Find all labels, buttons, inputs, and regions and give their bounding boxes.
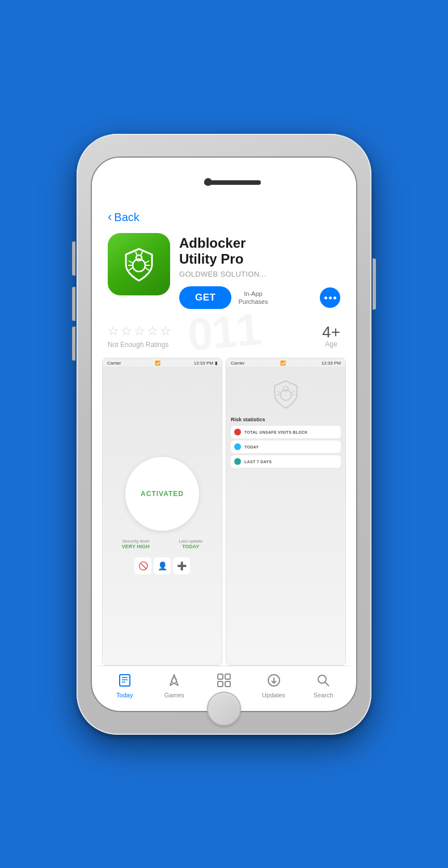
- stars-row: ☆ ☆ ☆ ☆ ☆: [108, 324, 171, 338]
- security-info: Security level VERY HIGH Last update TOD…: [107, 539, 217, 549]
- star-1: ☆: [108, 324, 119, 338]
- svg-line-8: [136, 252, 137, 256]
- svg-line-5: [145, 261, 149, 263]
- stat-label-3: LAST 7 DAYS: [244, 460, 272, 464]
- star-4: ☆: [147, 324, 158, 338]
- ss2-statusbar: Carrier 📶 12:33 PM: [226, 358, 345, 367]
- ss2-wifi-icon: 📶: [280, 361, 286, 366]
- back-label: Back: [114, 211, 139, 224]
- apps-icon: [217, 673, 231, 690]
- ss1-battery-icon: ▮: [215, 361, 217, 366]
- last-update-label: Last update: [179, 539, 202, 544]
- app-name: Adblocker Utility Pro: [179, 235, 340, 268]
- security-level-label: Security level: [122, 539, 150, 544]
- phone-body: ‹ Back: [91, 156, 357, 712]
- screen: ‹ Back: [98, 203, 350, 705]
- age-info: 4+ Age: [322, 324, 340, 348]
- stat-row-2: TODAY: [231, 441, 341, 453]
- screenshot-2: Carrier 📶 12:33 PM: [226, 358, 346, 665]
- ss1-wifi-icon: 📶: [155, 361, 160, 366]
- ss2-shield-bg: [231, 371, 341, 417]
- security-level-info: Security level VERY HIGH: [122, 539, 150, 549]
- search-icon: [316, 673, 331, 690]
- svg-rect-16: [120, 675, 130, 686]
- svg-line-7: [145, 268, 149, 270]
- tab-search-label: Search: [314, 692, 333, 698]
- back-chevron-icon: ‹: [108, 211, 112, 223]
- ss1-time: 12:33 PM: [194, 361, 213, 366]
- security-level-value: VERY HIGH: [122, 544, 150, 549]
- stat-row-1: TOTAL UNSAFE VISITS BLOCK: [231, 426, 341, 438]
- app-icon: [108, 233, 170, 295]
- svg-rect-23: [218, 681, 223, 687]
- today-icon: [117, 673, 132, 690]
- svg-point-1: [136, 255, 142, 261]
- app-actions: GET In-App Purchases: [179, 286, 340, 309]
- stat-label-2: TODAY: [244, 445, 259, 449]
- svg-line-4: [129, 268, 133, 270]
- app-info: Adblocker Utility Pro GOLDWEB SOLUTION..…: [179, 233, 340, 310]
- age-value: 4+: [322, 324, 340, 340]
- svg-line-12: [277, 391, 281, 393]
- last-update-info: Last update TODAY: [179, 539, 202, 549]
- tab-updates-label: Updates: [262, 692, 285, 698]
- svg-rect-24: [225, 681, 230, 687]
- last-update-value: TODAY: [179, 544, 202, 549]
- star-2: ☆: [121, 324, 132, 338]
- svg-point-11: [284, 386, 289, 391]
- ss1-statusbar: Carrier 📶 12:33 PM ▮: [103, 358, 222, 367]
- phone-container: ‹ Back: [77, 134, 371, 735]
- svg-line-2: [129, 261, 133, 263]
- app-header: Adblocker Utility Pro GOLDWEB SOLUTION..…: [98, 228, 350, 319]
- ratings-left: ☆ ☆ ☆ ☆ ☆ Not Enough Ratings: [108, 324, 171, 349]
- back-button[interactable]: ‹ Back: [98, 203, 350, 228]
- phone-top: [92, 158, 356, 203]
- ss1-carrier: Carrier: [107, 361, 121, 366]
- activated-text: ACTIVATED: [141, 490, 184, 498]
- in-app-purchases-label: In-App Purchases: [238, 290, 268, 306]
- star-3: ☆: [134, 324, 145, 338]
- speaker-bar: [204, 180, 261, 185]
- screenshot-1: Carrier 📶 12:33 PM ▮ ACTIVATED: [102, 358, 222, 665]
- screenshots-row: Carrier 📶 12:33 PM ▮ ACTIVATED: [98, 358, 350, 665]
- ss1-icons-row: 🚫 👤 ➕: [107, 557, 217, 574]
- updates-icon: [267, 673, 281, 690]
- content-area: ‹ Back: [98, 203, 350, 666]
- svg-rect-22: [225, 674, 230, 679]
- tab-today-label: Today: [116, 692, 133, 698]
- tab-today[interactable]: Today: [100, 673, 150, 698]
- svg-point-27: [318, 675, 326, 683]
- tab-games-label: Games: [164, 692, 184, 698]
- stat-label-1: TOTAL UNSAFE VISITS BLOCK: [244, 430, 308, 434]
- activated-circle: ACTIVATED: [125, 457, 199, 531]
- not-enough-ratings: Not Enough Ratings: [108, 341, 171, 349]
- ss2-time: 12:33 PM: [322, 361, 341, 366]
- svg-line-9: [141, 252, 142, 256]
- app-developer: GOLDWEB SOLUTION...: [179, 270, 340, 278]
- games-icon: [167, 673, 181, 690]
- tab-games[interactable]: Games: [150, 673, 200, 698]
- stat-row-3: LAST 7 DAYS: [231, 455, 341, 468]
- ratings-section: 011 ☆ ☆ ☆ ☆ ☆ Not Enough Ratings 4+: [98, 318, 350, 358]
- svg-rect-21: [218, 674, 223, 679]
- tab-updates[interactable]: Updates: [249, 673, 299, 698]
- get-button[interactable]: GET: [179, 286, 231, 309]
- star-5: ☆: [160, 324, 171, 338]
- svg-line-14: [291, 391, 294, 393]
- age-label: Age: [322, 340, 340, 348]
- svg-line-28: [325, 682, 329, 686]
- risk-stats-title: Risk statistics: [231, 417, 341, 422]
- tab-search[interactable]: Search: [298, 673, 348, 698]
- more-button[interactable]: [320, 287, 340, 308]
- ss2-carrier: Carrier: [231, 361, 244, 366]
- home-button[interactable]: [207, 692, 241, 726]
